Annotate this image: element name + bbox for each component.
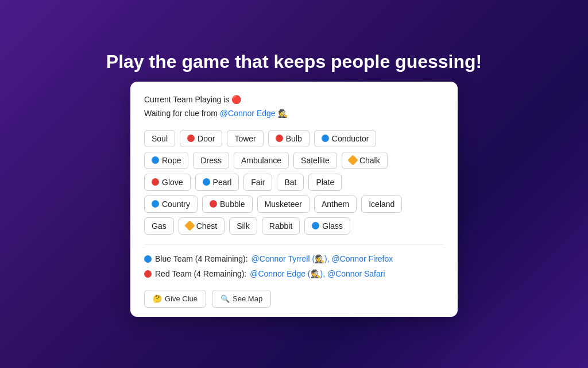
words-row-4: GasChestSilkRabbitGlass: [144, 217, 444, 235]
game-card: Current Team Playing is 🔴 Waiting for cl…: [130, 82, 458, 317]
status-prefix-2: Waiting for clue from: [144, 107, 218, 121]
word-label-2-2: Fair: [251, 178, 265, 187]
give-clue-label: Give Clue: [165, 294, 198, 303]
word-label-2-0: Glove: [162, 178, 183, 187]
word-chip-3-3[interactable]: Anthem: [314, 195, 357, 213]
diamond-icon: [347, 155, 358, 166]
red-dot-icon: [210, 200, 217, 208]
word-chip-1-2[interactable]: Ambulance: [234, 152, 289, 169]
word-label-2-4: Plate: [316, 178, 334, 187]
word-label-1-3: Satellite: [301, 156, 330, 165]
red-dot-icon: [276, 135, 283, 142]
blue-team-line: Blue Team (4 Remaining): @Connor Tyrrell…: [144, 251, 444, 267]
status-mention: @Connor Edge: [220, 107, 276, 121]
word-label-3-0: Country: [162, 200, 190, 209]
status-line-2: Waiting for clue from @Connor Edge 🕵️: [144, 107, 444, 121]
see-map-label: See Map: [233, 294, 262, 303]
red-team-dot: [144, 270, 152, 278]
word-chip-0-0[interactable]: Soul: [144, 130, 175, 147]
word-label-0-2: Tower: [234, 134, 256, 143]
word-label-3-3: Anthem: [322, 200, 349, 209]
word-label-0-0: Soul: [152, 134, 168, 143]
word-chip-1-3[interactable]: Satellite: [293, 152, 337, 169]
blue-team-label: Blue Team (4 Remaining):: [155, 251, 248, 267]
word-chip-0-1[interactable]: Door: [180, 130, 222, 147]
word-label-2-3: Bat: [284, 178, 296, 187]
red-dot-icon: [152, 178, 159, 186]
word-chip-2-2[interactable]: Fair: [243, 174, 272, 191]
buttons-row: 🤔 Give Clue 🔍 See Map: [144, 290, 444, 308]
word-label-1-2: Ambulance: [241, 156, 281, 165]
blue-team-members: @Connor Tyrrell (🕵️), @Connor Firefox: [252, 251, 393, 267]
word-label-1-0: Rope: [162, 156, 181, 165]
words-row-2: GlovePearlFairBatPlate: [144, 174, 444, 191]
word-label-4-1: Chest: [196, 221, 218, 231]
word-chip-4-3[interactable]: Rabbit: [262, 217, 300, 235]
blue-dot-icon: [322, 135, 329, 142]
blue-dot-icon: [312, 222, 319, 229]
word-label-4-0: Gas: [152, 221, 167, 231]
see-map-emoji: 🔍: [220, 294, 230, 303]
word-chip-0-4[interactable]: Conductor: [314, 130, 377, 147]
words-row-0: SoulDoorTowerBulbConductor: [144, 130, 444, 147]
word-chip-3-4[interactable]: Iceland: [361, 195, 402, 213]
word-label-3-1: Bubble: [220, 200, 245, 209]
status-line-1: Current Team Playing is 🔴: [144, 93, 444, 107]
red-team-label: Red Team (4 Remaining):: [155, 266, 246, 282]
word-label-2-1: Pearl: [213, 178, 232, 187]
diamond-icon: [184, 221, 195, 231]
page-title: Play the game that keeps people guessing…: [106, 51, 482, 72]
word-chip-3-0[interactable]: Country: [144, 195, 198, 213]
blue-dot-icon: [152, 156, 159, 164]
status-emoji-1: 🔴: [231, 93, 241, 107]
word-chip-3-2[interactable]: Musketeer: [257, 195, 310, 213]
teams-section: Blue Team (4 Remaining): @Connor Tyrrell…: [144, 251, 444, 282]
word-label-1-1: Dress: [200, 156, 222, 165]
word-label-0-1: Door: [198, 134, 215, 143]
blue-dot-icon: [152, 200, 159, 208]
blue-dot-icon: [203, 178, 210, 186]
word-chip-0-3[interactable]: Bulb: [268, 130, 310, 147]
word-label-3-4: Iceland: [369, 200, 394, 209]
status-prefix-1: Current Team Playing is: [144, 93, 229, 107]
red-dot-icon: [187, 135, 195, 142]
word-chip-1-4[interactable]: Chalk: [342, 152, 388, 169]
status-emoji-2: 🕵️: [278, 107, 288, 121]
word-chip-2-1[interactable]: Pearl: [195, 174, 239, 191]
status-section: Current Team Playing is 🔴 Waiting for cl…: [144, 93, 444, 121]
word-label-0-4: Conductor: [332, 134, 369, 143]
word-chip-4-1[interactable]: Chest: [179, 217, 225, 235]
word-label-4-3: Rabbit: [269, 221, 292, 231]
word-chip-0-2[interactable]: Tower: [227, 130, 263, 147]
red-team-members: @Connor Edge (🕵️), @Connor Safari: [250, 266, 385, 282]
word-chip-2-4[interactable]: Plate: [308, 174, 342, 191]
word-chip-3-1[interactable]: Bubble: [202, 195, 253, 213]
word-label-3-2: Musketeer: [265, 200, 302, 209]
give-clue-emoji: 🤔: [153, 294, 162, 303]
blue-team-dot: [144, 255, 152, 263]
words-row-1: RopeDressAmbulanceSatelliteChalk: [144, 152, 444, 169]
word-chip-2-3[interactable]: Bat: [277, 174, 304, 191]
word-chip-2-0[interactable]: Glove: [144, 174, 191, 191]
word-label-0-3: Bulb: [286, 134, 302, 143]
word-chip-4-2[interactable]: Silk: [229, 217, 257, 235]
word-chip-1-0[interactable]: Rope: [144, 152, 188, 169]
word-chip-1-1[interactable]: Dress: [193, 152, 229, 169]
words-grid: SoulDoorTowerBulbConductorRopeDressAmbul…: [144, 130, 444, 235]
give-clue-button[interactable]: 🤔 Give Clue: [144, 290, 206, 308]
word-label-4-2: Silk: [237, 221, 250, 231]
word-chip-4-0[interactable]: Gas: [144, 217, 174, 235]
divider: [144, 244, 444, 244]
words-row-3: CountryBubbleMusketeerAnthemIceland: [144, 195, 444, 213]
red-team-line: Red Team (4 Remaining): @Connor Edge (🕵️…: [144, 266, 444, 282]
word-label-4-4: Glass: [322, 221, 343, 231]
word-label-1-4: Chalk: [359, 156, 380, 165]
word-chip-4-4[interactable]: Glass: [304, 217, 350, 235]
see-map-button[interactable]: 🔍 See Map: [212, 290, 271, 308]
